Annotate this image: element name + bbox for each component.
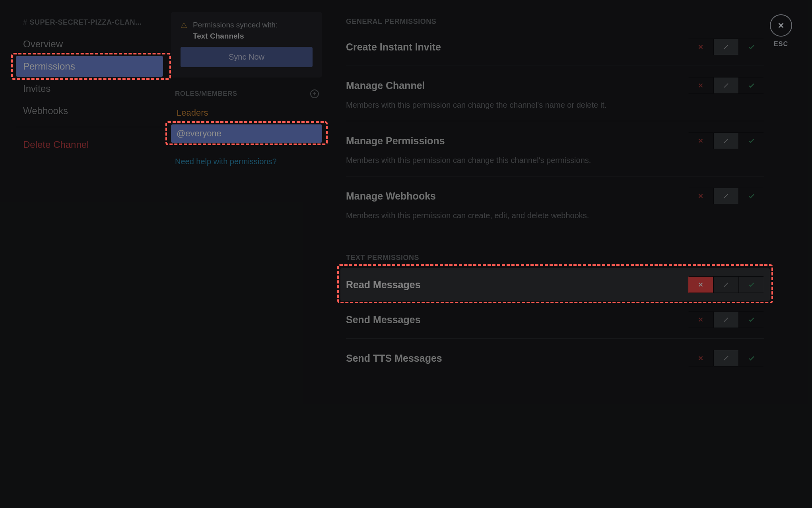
permission-title: Manage Channel [346, 80, 425, 91]
permission-allow-button[interactable] [739, 276, 764, 293]
permission-title: Send TTS Messages [346, 353, 442, 364]
permission-allow-button[interactable] [739, 132, 764, 149]
permission-neutral-button[interactable] [713, 188, 739, 204]
row-divider [346, 176, 764, 176]
sidebar-item-invites[interactable]: Invites [16, 78, 163, 99]
close-icon [777, 21, 785, 30]
sidebar-item-label: Invites [23, 83, 51, 94]
permission-deny-button[interactable] [688, 39, 713, 55]
channel-name: SUPER-SECRET-PIZZA-CLAN... [30, 18, 142, 27]
permission-neutral-button[interactable] [713, 39, 739, 55]
permission-description: Members with this permission can change … [346, 155, 656, 166]
permission-description: Members with this permission can create,… [346, 210, 656, 221]
sidebar-divider [16, 127, 163, 127]
roles-column: ⚠ Permissions synced with: Text Channels… [171, 0, 330, 508]
permission-title: Send Messages [346, 314, 421, 326]
close-button[interactable] [770, 14, 792, 37]
sidebar-item-label: Permissions [23, 61, 75, 72]
permission-title: Create Instant Invite [346, 41, 441, 53]
permission-toggle-group [688, 311, 764, 328]
roles-members-header: ROLES/MEMBERS + [171, 89, 322, 104]
permission-neutral-button[interactable] [713, 276, 739, 293]
button-label: Sync Now [229, 52, 264, 61]
permission-deny-button[interactable] [688, 132, 713, 149]
permission-title: Manage Permissions [346, 135, 445, 147]
permission-deny-button[interactable] [688, 188, 713, 204]
permission-row: Create Instant Invite [346, 35, 764, 64]
permission-allow-button[interactable] [739, 188, 764, 204]
permission-neutral-button[interactable] [713, 350, 739, 366]
permission-allow-button[interactable] [739, 350, 764, 366]
permission-section-heading: TEXT PERMISSIONS [346, 254, 764, 262]
sidebar-item-overview[interactable]: Overview [16, 34, 163, 54]
permission-toggle-group [688, 39, 764, 55]
permission-toggle-group [688, 276, 764, 293]
permission-deny-button[interactable] [688, 350, 713, 366]
role-item-everyone[interactable]: @everyone [171, 124, 322, 143]
add-role-button[interactable]: + [310, 89, 319, 98]
sidebar-item-label: Delete Channel [23, 139, 89, 150]
permission-toggle-group [688, 77, 764, 94]
row-divider [346, 66, 764, 66]
hash-icon: # [23, 18, 27, 27]
sidebar-item-permissions[interactable]: Permissions [16, 56, 163, 77]
permission-neutral-button[interactable] [713, 311, 739, 328]
permission-allow-button[interactable] [739, 311, 764, 328]
permission-section-heading: GENERAL PERMISSIONS [346, 17, 764, 26]
permission-row: Manage Webhooks Members with this permis… [346, 184, 764, 230]
sidebar-item-label: Webhooks [23, 105, 68, 116]
permission-row: Manage Channel Members with this permiss… [346, 74, 764, 119]
row-divider [346, 121, 764, 121]
permission-title: Read Messages [346, 279, 421, 291]
role-label: Leaders [177, 108, 208, 118]
permission-neutral-button[interactable] [713, 77, 739, 94]
permission-description: Members with this permission can change … [346, 99, 656, 111]
warning-icon: ⚠ [181, 21, 187, 41]
sync-now-button[interactable]: Sync Now [181, 47, 313, 67]
permission-allow-button[interactable] [739, 77, 764, 94]
sync-card: ⚠ Permissions synced with: Text Channels… [171, 12, 322, 78]
permission-row: Send TTS Messages [346, 347, 764, 375]
permission-allow-button[interactable] [739, 39, 764, 55]
permission-deny-button[interactable] [688, 311, 713, 328]
channel-name-header: # SUPER-SECRET-PIZZA-CLAN... [16, 16, 163, 34]
channel-settings-sidebar: # SUPER-SECRET-PIZZA-CLAN... Overview Pe… [0, 0, 171, 508]
sync-line-1: Permissions synced with: [193, 21, 278, 29]
roles-heading-label: ROLES/MEMBERS [175, 90, 237, 98]
permission-toggle-group [688, 188, 764, 204]
permission-row: Send Messages [346, 308, 764, 337]
permission-title: Manage Webhooks [346, 190, 436, 202]
role-label: @everyone [177, 128, 221, 138]
permission-deny-button[interactable] [688, 77, 713, 94]
link-label: Need help with permissions? [175, 157, 277, 166]
sidebar-item-label: Overview [23, 39, 63, 49]
permission-deny-button[interactable] [688, 276, 713, 293]
permission-neutral-button[interactable] [713, 132, 739, 149]
permission-toggle-group [688, 132, 764, 149]
esc-label: ESC [774, 41, 788, 48]
sidebar-item-delete-channel[interactable]: Delete Channel [16, 134, 163, 155]
row-divider [346, 338, 764, 339]
sync-line-2: Text Channels [193, 32, 278, 41]
permissions-help-link[interactable]: Need help with permissions? [171, 145, 322, 166]
permission-row: Read Messages [340, 268, 770, 301]
permission-row: Manage Permissions Members with this per… [346, 129, 764, 175]
permissions-panel: GENERAL PERMISSIONS Create Instant Invit… [330, 0, 812, 508]
role-item-leaders[interactable]: Leaders [171, 104, 322, 122]
sidebar-item-webhooks[interactable]: Webhooks [16, 101, 163, 121]
permission-toggle-group [688, 350, 764, 366]
